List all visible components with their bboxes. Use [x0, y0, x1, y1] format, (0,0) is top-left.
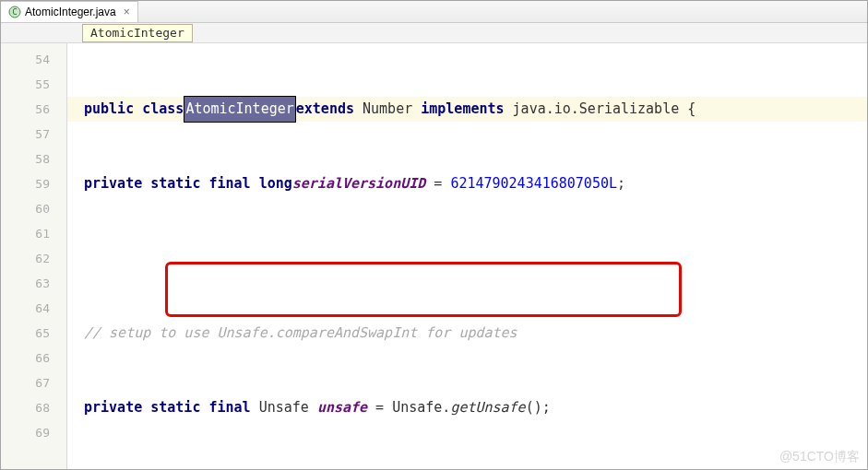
watermark: @51CTO博客 [779, 449, 860, 465]
class-icon: C [8, 6, 21, 18]
code-line: private static final Unsafe unsafe = Uns… [84, 395, 858, 420]
close-icon[interactable]: × [124, 6, 130, 18]
breadcrumb-item[interactable]: AtomicInteger [82, 24, 193, 42]
line-number: 67 [1, 370, 66, 395]
line-number: 69 [1, 420, 66, 445]
line-number: 66 [1, 346, 66, 370]
code-line [84, 246, 858, 271]
svg-text:C: C [12, 7, 17, 17]
code-line: // setup to use Unsafe.compareAndSwapInt… [84, 321, 858, 346]
editor-window: C AtomicInteger.java × AtomicInteger 545… [0, 0, 868, 470]
code-line: public class AtomicInteger extends Numbe… [67, 97, 867, 122]
gutter: 54555657585960616263646566676869 [1, 43, 67, 469]
code-area[interactable]: public class AtomicInteger extends Numbe… [67, 43, 867, 469]
line-number: 57 [1, 122, 66, 147]
line-number: 59 [1, 171, 66, 196]
tab-atomicinteger[interactable]: C AtomicInteger.java × [1, 1, 138, 22]
line-number: 61 [1, 221, 66, 246]
line-number: 56 [1, 97, 66, 122]
line-number: 54 [1, 47, 66, 72]
breadcrumb: AtomicInteger [1, 23, 867, 43]
editor-area: 54555657585960616263646566676869 public … [1, 43, 867, 469]
tab-label: AtomicInteger.java [25, 6, 116, 18]
line-number: 60 [1, 196, 66, 221]
line-number: 65 [1, 321, 66, 346]
tab-bar: C AtomicInteger.java × [1, 1, 867, 23]
line-number: 58 [1, 147, 66, 171]
line-number: 63 [1, 271, 66, 296]
line-number: 62 [1, 246, 66, 271]
line-number: 64 [1, 296, 66, 321]
line-number: 55 [1, 72, 66, 97]
line-number: 68 [1, 395, 66, 420]
highlighted-identifier: AtomicInteger [184, 96, 295, 123]
code-line: private static final long serialVersionU… [84, 171, 858, 196]
